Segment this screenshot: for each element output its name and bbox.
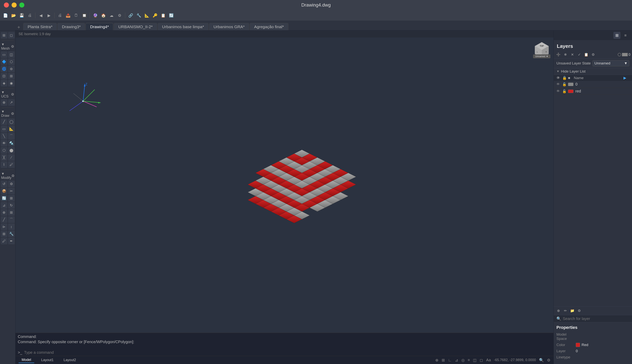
maximize-button[interactable] [19, 2, 24, 8]
tab-urbanimos-base[interactable]: Urbanimos base limpa* [158, 23, 208, 30]
ucs-tool-2[interactable]: ↗ [8, 99, 15, 106]
ucs-tool-1[interactable]: ⊕ [1, 99, 7, 106]
toolbar-icon-b[interactable]: 🔧 [135, 12, 142, 19]
save-as-icon[interactable]: 🖨 [26, 12, 33, 19]
draw-tool-2[interactable]: ◯ [8, 118, 15, 125]
close-button[interactable] [4, 2, 9, 8]
mod-tool-17[interactable]: 🖊 [1, 238, 7, 244]
minimize-button[interactable] [12, 2, 17, 8]
layer-item-0[interactable]: 👁 🔓 0 [554, 81, 632, 88]
tab-drawing4[interactable]: Drawing4* [86, 23, 113, 30]
draw-tool-14[interactable]: 🖊 [8, 161, 15, 168]
ortho-icon[interactable]: ∟ [448, 358, 452, 362]
mesh-tool-4[interactable]: ⬡ [8, 58, 15, 65]
layer-0-color-swatch[interactable] [568, 82, 573, 86]
mod-tool-4[interactable]: ✂ [8, 188, 15, 194]
layer-bt-icon-2[interactable]: ✏ [562, 308, 568, 314]
mod-tool-16[interactable]: 🔧 [8, 231, 15, 237]
toolbar-icon-c[interactable]: 📐 [143, 12, 150, 19]
mesh-tool-7[interactable]: ⊡ [1, 73, 7, 79]
ucs-settings-icon[interactable]: ⚙ [11, 92, 14, 96]
draw-tool-4[interactable]: 📐 [8, 126, 15, 132]
layer-state-manager-icon[interactable]: 📋 [583, 52, 589, 58]
toolbar-icon-e[interactable]: 📋 [160, 12, 167, 19]
draw-settings-icon[interactable]: ⚙ [11, 112, 14, 116]
draw-tool-5[interactable]: ╲ [1, 133, 7, 139]
layer-search-input[interactable] [563, 316, 629, 321]
redo-icon[interactable]: ▶ [45, 12, 52, 19]
workspace-tool-icon[interactable]: ⊞ [1, 32, 7, 38]
mod-tool-10[interactable]: ⊞ [8, 209, 15, 216]
mesh-tool-9[interactable]: ◈ [1, 80, 7, 86]
hide-layer-list-row[interactable]: ▼ Hide Layer List [554, 68, 632, 75]
layer-0-eye-icon[interactable]: 👁 [556, 82, 562, 86]
settings-icon[interactable]: ⚙ [116, 12, 123, 19]
layer-settings-icon[interactable]: ⚙ [590, 52, 596, 58]
layer-0-lock-icon[interactable]: 🔓 [562, 82, 568, 86]
model-tab[interactable]: Model [19, 357, 34, 363]
mod-tool-3[interactable]: 📦 [1, 188, 7, 194]
new-file-icon[interactable]: 📄 [2, 12, 9, 19]
mod-tool-18[interactable]: ✒ [8, 238, 15, 244]
lineweight-icon[interactable]: ≡ [468, 358, 470, 362]
layer-item-red[interactable]: 👁 🔓 red [554, 88, 632, 95]
polar-icon[interactable]: ⊿ [455, 358, 458, 362]
draw-tool-10[interactable]: ⬤ [8, 147, 15, 154]
mod-tool-11[interactable]: ╱ [1, 216, 7, 223]
mod-tool-7[interactable]: ⊿ [1, 202, 7, 209]
layer-bt-icon-3[interactable]: 📁 [569, 308, 575, 314]
color-value-swatch[interactable] [576, 343, 580, 347]
ucs-section-header[interactable]: ▼ UCS ⚙ [0, 90, 15, 99]
viewport-canvas[interactable]: Z [16, 38, 553, 333]
layout2-tab[interactable]: Layout2 [61, 357, 79, 363]
mesh-tool-2[interactable]: ◫ [8, 51, 15, 58]
draw-tool-1[interactable]: ╱ [1, 118, 7, 125]
mod-tool-8[interactable]: ↻ [8, 202, 15, 209]
layer-bt-icon-4[interactable]: ⚙ [576, 308, 582, 314]
toolbar-icon-a[interactable]: 🔗 [127, 12, 134, 19]
tab-urbanismo-II[interactable]: URBANISMO_II-2* [114, 23, 157, 30]
mesh-section-header[interactable]: ▼ Mesh ⚙ [0, 42, 15, 51]
mod-tool-1[interactable]: ↺ [1, 181, 7, 187]
current-color-swatch[interactable] [622, 53, 628, 56]
draw-tool-7[interactable]: 👁 [1, 140, 7, 146]
osnap-icon[interactable]: ◎ [461, 358, 465, 362]
mod-tool-14[interactable]: ↕ [8, 224, 15, 230]
mesh-tool-10[interactable]: ◉ [8, 80, 15, 86]
layer-red-lock-icon[interactable]: 🔓 [562, 89, 568, 94]
command-input[interactable] [24, 350, 551, 355]
modify-section-header[interactable]: ▼ Modify ⚙ [0, 171, 15, 181]
selection-icon[interactable]: ◻ [480, 358, 483, 362]
draw-tool-3[interactable]: ▭ [1, 126, 7, 132]
draw-tool-8[interactable]: 🔩 [8, 140, 15, 146]
new-layer-icon[interactable]: ➕ [555, 52, 561, 58]
delete-layer-icon[interactable]: ✕ [569, 52, 575, 58]
toolbar-icon-d[interactable]: 🔑 [151, 12, 158, 19]
tab-urbanimos-gra[interactable]: Urbanimos GRA* [209, 23, 249, 30]
mesh-tool-1[interactable]: ▭ [1, 51, 7, 58]
draw-tool-13[interactable]: ⌇ [1, 161, 7, 168]
mesh-tool-3[interactable]: 🔷 [1, 58, 7, 65]
draw-tool-6[interactable]: ⌒ [8, 133, 15, 139]
mod-tool-13[interactable]: ⊳ [1, 224, 7, 230]
layout1-tab[interactable]: Layout1 [38, 357, 57, 363]
save-icon[interactable]: 💾 [18, 12, 25, 19]
add-tab-button[interactable]: ＋ [16, 24, 22, 30]
tab-agregacao[interactable]: Agregação final* [250, 23, 288, 30]
mod-tool-12[interactable]: ⌒ [8, 216, 15, 223]
layers-tab-icon[interactable]: ⊞ [613, 32, 620, 39]
mod-tool-15[interactable]: ⊞ [1, 231, 7, 237]
snap-icon[interactable]: ⊕ [435, 358, 439, 362]
modify-settings-icon[interactable]: ⚙ [12, 174, 15, 178]
cloud-icon[interactable]: ☁ [108, 12, 115, 19]
workspace-icon[interactable]: 🔮 [92, 12, 99, 19]
layer-state-dropdown[interactable]: Unnamed ▼ [592, 60, 629, 66]
set-current-layer-icon[interactable]: ✓ [576, 52, 582, 58]
mesh-tool-6[interactable]: ⊚ [8, 66, 15, 72]
zoom-icon[interactable]: 🔍 [539, 358, 544, 362]
settings-status-icon[interactable]: ⚙ [547, 358, 550, 362]
draw-tool-11[interactable]: ╳ [1, 154, 7, 161]
mod-tool-5[interactable]: 🔄 [1, 195, 7, 202]
undo-icon[interactable]: ◀ [37, 12, 44, 19]
tab-drawing3[interactable]: Drawing3* [57, 23, 85, 30]
